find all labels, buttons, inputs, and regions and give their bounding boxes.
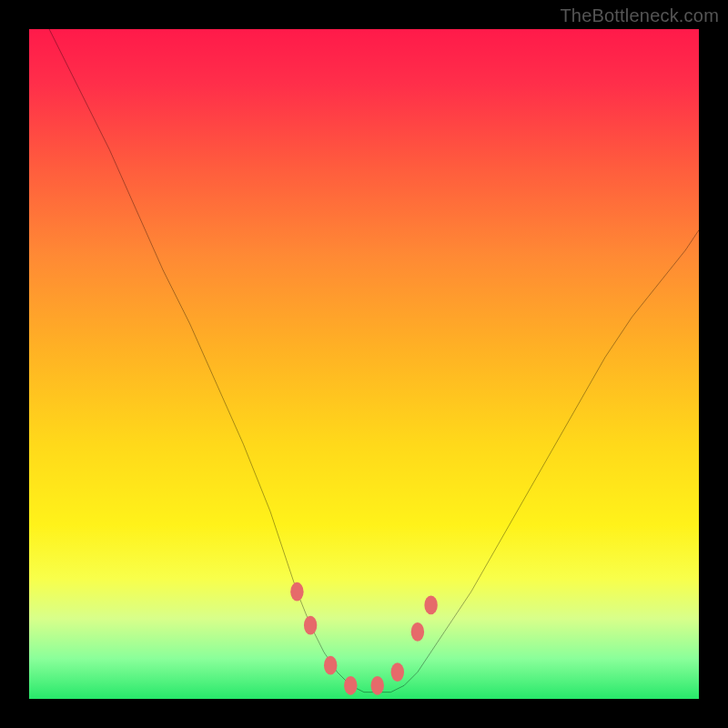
bottleneck-curve	[49, 29, 699, 693]
marker-point	[324, 656, 337, 675]
marker-point	[371, 676, 384, 695]
curve-svg	[29, 29, 699, 699]
plot-area	[29, 29, 699, 699]
marker-point	[344, 676, 357, 695]
marker-point	[391, 662, 404, 682]
chart-frame: TheBottleneck.com	[0, 0, 728, 728]
watermark-text: TheBottleneck.com	[560, 5, 719, 26]
marker-point	[304, 616, 317, 635]
marker-point	[411, 622, 424, 642]
marker-point	[424, 596, 437, 615]
marker-point	[290, 582, 303, 602]
curve-markers	[290, 582, 438, 695]
